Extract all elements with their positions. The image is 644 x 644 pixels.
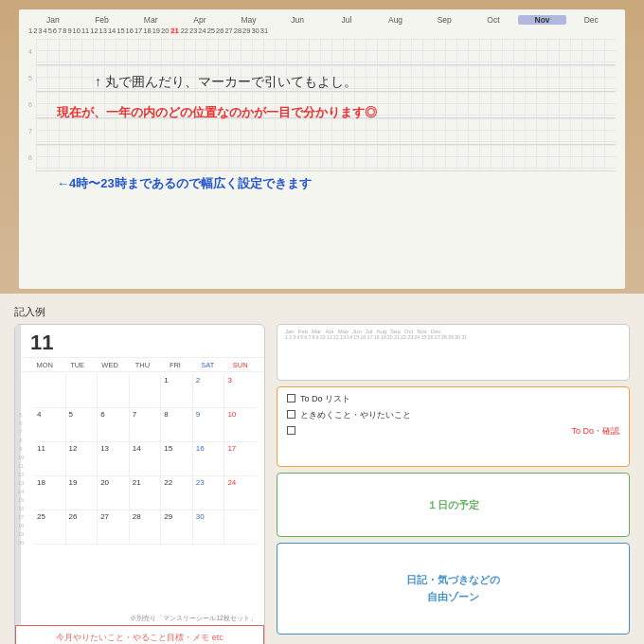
right-date-3: 3	[293, 334, 295, 340]
cal-row-lbl-20: 20	[15, 538, 27, 546]
cal-row-lbl-5: 5	[15, 410, 27, 419]
todo-card: To Do リスト ときめくこと・やりたいこと To Do・確認	[277, 386, 630, 467]
date-num-13: 13	[99, 27, 107, 35]
kinyurei-label: 記入例	[14, 305, 45, 319]
month-item-nov: Nov	[518, 15, 567, 25]
date-num-18: 18	[143, 27, 151, 35]
right-date-28: 28	[441, 334, 447, 340]
right-date-14: 14	[347, 334, 352, 340]
cal-header: 11	[23, 325, 264, 358]
cal-cell-8: 5	[66, 408, 98, 442]
right-date-12: 12	[333, 334, 339, 340]
cal-cell-14: 11	[34, 442, 66, 476]
date-num-9: 9	[67, 27, 71, 35]
date-num-22: 22	[181, 27, 188, 35]
date-num-29: 29	[242, 27, 250, 35]
date-num-19: 19	[152, 27, 160, 35]
diary-label: 日記・気づきなどの自由ゾーン	[406, 572, 500, 605]
diary-card: 日記・気づきなどの自由ゾーン	[277, 543, 630, 635]
cal-cell-0	[34, 374, 66, 408]
date-num-2: 2	[33, 27, 37, 35]
right-date-5: 5	[300, 334, 303, 340]
cal-cell-19: 16	[193, 442, 225, 476]
cal-footer: ※別売り「マンスリーシール12枚セット」	[130, 614, 257, 623]
date-num-15: 15	[116, 27, 124, 35]
todo-label-1: To Do リスト	[300, 393, 350, 405]
cal-cell-33: 30	[193, 510, 225, 545]
right-date-21: 21	[394, 334, 400, 340]
cal-cell-11: 8	[161, 408, 193, 442]
date-num-14: 14	[108, 27, 116, 35]
cal-cell-25: 22	[161, 476, 193, 510]
cal-cell-1	[66, 374, 98, 408]
cal-cell-26: 23	[193, 476, 225, 510]
right-date-8: 8	[312, 334, 314, 340]
date-num-23: 23	[189, 27, 197, 35]
calendar-card: 11 MONTUEWEDTHUFRISATSUN 567891011121314…	[14, 324, 265, 644]
cal-row-lbl-8: 8	[15, 436, 27, 444]
month-item-apr: Apr	[175, 15, 224, 25]
cal-cell-16: 13	[98, 442, 130, 476]
right-date-13: 13	[340, 334, 346, 340]
month-item-mar: Mar	[126, 15, 175, 25]
right-date-27: 27	[435, 334, 440, 340]
date-num-4: 4	[44, 27, 47, 35]
grid-row-4: 4	[36, 39, 616, 65]
grid-row-7: 7	[36, 118, 616, 145]
cal-row-lbl-14: 14	[15, 487, 27, 495]
cal-cell-5: 2	[193, 374, 225, 408]
date-num-1: 1	[28, 27, 32, 35]
todo-check-1	[287, 394, 295, 402]
right-date-10: 10	[320, 334, 326, 340]
date-num-28: 28	[234, 27, 242, 35]
month-item-jul: Jul	[322, 15, 371, 25]
date-num-8: 8	[63, 27, 66, 35]
right-date-2: 2	[289, 334, 292, 340]
date-strip-small: 1234567891011121314151617181920212223242…	[285, 334, 621, 340]
cal-row-lbl-11: 11	[15, 461, 27, 470]
right-date-30: 30	[455, 334, 460, 340]
cal-row-lbl-10: 10	[15, 453, 27, 461]
grid-row-8: 8	[36, 145, 616, 171]
cal-row-lbl-18: 18	[15, 521, 27, 529]
date-num-21: 21	[170, 27, 179, 35]
date-num-25: 25	[207, 27, 215, 35]
date-num-24: 24	[198, 27, 206, 35]
month-item-aug: Aug	[371, 15, 420, 25]
cal-row-lbl-7: 7	[15, 427, 27, 436]
right-date-9: 9	[316, 334, 319, 340]
right-date-20: 20	[387, 334, 393, 340]
date-num-17: 17	[134, 27, 142, 35]
cal-grid: 1234567891011121314151617181920212223242…	[21, 372, 264, 546]
cal-row-lbl-19: 19	[15, 529, 27, 538]
cal-day-header-fri: FRI	[159, 361, 191, 369]
right-date-29: 29	[448, 334, 454, 340]
right-date-18: 18	[374, 334, 380, 340]
date-strip: 1234567891011121314151617181920212223242…	[19, 27, 625, 39]
cal-day-header-mon: MON	[28, 361, 61, 369]
annotation1: ↑ 丸で囲んだり、マーカーで引いてもよし。	[95, 74, 357, 91]
cal-cell-34	[224, 510, 257, 545]
cal-row-lbl-12: 12	[15, 470, 27, 478]
month-item-jun: Jun	[273, 15, 322, 25]
cal-cell-3	[130, 374, 162, 408]
right-date-15: 15	[353, 334, 359, 340]
date-num-5: 5	[48, 27, 52, 35]
month-item-feb: Feb	[78, 15, 127, 25]
cal-day-header-sat: SAT	[191, 361, 224, 369]
cal-cell-21: 18	[34, 476, 66, 510]
todo-confirm-label: To Do・確認	[571, 425, 619, 438]
month-item-sep: Sep	[420, 15, 469, 25]
todo-check-3	[287, 426, 295, 435]
cal-day-header-wed: WED	[94, 361, 126, 369]
date-num-20: 20	[161, 27, 169, 35]
right-date-11: 11	[327, 334, 332, 340]
annotation2: 現在が、一年の内のどの位置なのかが一目で分かります◎	[57, 104, 377, 121]
cal-cell-31: 28	[130, 510, 162, 545]
bottom-section: 記入例 11 MONTUEWEDTHUFRISATSUN 56789101112…	[0, 294, 644, 644]
cal-row-lbl-9: 9	[15, 444, 27, 453]
date-num-12: 12	[90, 27, 98, 35]
cal-cell-4: 1	[161, 374, 193, 408]
cal-cell-12: 9	[193, 408, 225, 442]
date-num-26: 26	[216, 27, 224, 35]
